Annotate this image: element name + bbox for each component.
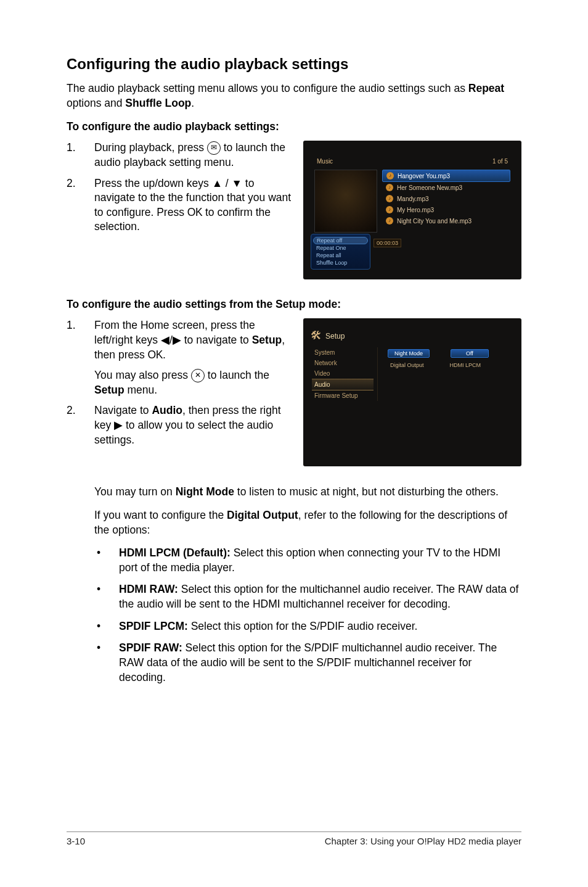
shot1-count: 1 of 5 bbox=[492, 158, 508, 165]
option-menu-icon: ✉ bbox=[207, 141, 221, 155]
time-label: 00:00:03 bbox=[374, 239, 401, 247]
opt-rest: Select this option for the multichannel … bbox=[119, 583, 518, 610]
setup-menu-item[interactable]: Network bbox=[312, 358, 374, 368]
lower-block: You may turn on Night Mode to listen to … bbox=[94, 485, 521, 685]
setup-note: You may also press ✕ to launch the Setup… bbox=[94, 368, 295, 397]
p1-post: to listen to music at night, but not dis… bbox=[234, 485, 499, 498]
setup-button-icon: ✕ bbox=[191, 369, 205, 382]
music-row[interactable]: ♪Hangover You.mp3 bbox=[382, 170, 510, 182]
step1-text: During playback, press ✉ to launch the a… bbox=[94, 141, 295, 170]
p1-bold: Night Mode bbox=[176, 485, 234, 498]
setting-value: Off bbox=[451, 349, 489, 358]
bullet-icon: • bbox=[94, 546, 119, 575]
setting-label: Digital Output bbox=[388, 361, 427, 369]
step2-1-text: From the Home screen, press the left/rig… bbox=[94, 318, 295, 362]
intro-mid: options and bbox=[67, 97, 125, 109]
left-arrow-icon: ◀ bbox=[161, 334, 169, 346]
repeat-popup: Repeat off Repeat One Repeat all Shuffle… bbox=[311, 234, 370, 270]
repeat-option[interactable]: Shuffle Loop bbox=[311, 259, 370, 266]
intro-post: . bbox=[191, 97, 194, 109]
section-title: Configuring the audio playback settings bbox=[67, 56, 521, 73]
step2-2-text: Navigate to Audio, then press the right … bbox=[94, 403, 295, 447]
setting-label: Night Mode bbox=[388, 349, 430, 358]
music-list: ♪Hangover You.mp3 ♪Her Someone New.mp3 ♪… bbox=[382, 170, 510, 241]
note-icon: ♪ bbox=[386, 172, 394, 179]
step2-1-num: 1. bbox=[67, 318, 94, 362]
note-icon: ♪ bbox=[386, 206, 393, 213]
setup-screenshot: 🛠 Setup System Network Video Audio Firmw… bbox=[303, 318, 521, 466]
right-arrow-icon: ▶ bbox=[173, 334, 181, 346]
opt-bold: SPDIF LPCM: bbox=[119, 620, 188, 632]
music-row-label: Her Someone New.mp3 bbox=[397, 184, 462, 191]
footer-page-number: 3-10 bbox=[67, 836, 85, 846]
music-row-label: Mandy.mp3 bbox=[397, 196, 429, 202]
setup-right-panel: Night Mode Off Digital Output HDMI LPCM bbox=[388, 347, 513, 401]
music-row[interactable]: ♪My Hero.mp3 bbox=[382, 204, 510, 215]
step1-pre: During playback, press bbox=[94, 141, 207, 154]
p2-pre: If you want to configure the bbox=[94, 509, 227, 521]
music-row[interactable]: ♪Mandy.mp3 bbox=[382, 193, 510, 204]
s21-mid: to navigate to bbox=[181, 334, 252, 346]
option-text: SPDIF RAW: Select this option for the S/… bbox=[119, 641, 521, 685]
setting-value: HDMI LPCM bbox=[447, 361, 484, 369]
steps-list-1: 1. During playback, press ✉ to launch th… bbox=[67, 141, 295, 234]
subhead-1: To configure the audio playback settings… bbox=[67, 120, 521, 133]
opt-rest: Select this option for the S/PDIF audio … bbox=[188, 620, 418, 632]
slash: / bbox=[223, 177, 232, 189]
bullet-icon: • bbox=[94, 582, 119, 611]
s21-bold: Setup bbox=[252, 334, 282, 346]
footer-chapter: Chapter 3: Using your O!Play HD2 media p… bbox=[325, 836, 521, 846]
right-arrow-icon: ▶ bbox=[114, 419, 123, 431]
p2-bold: Digital Output bbox=[227, 509, 298, 521]
steps-list-2: 1. From the Home screen, press the left/… bbox=[67, 318, 295, 362]
step2-pre: Press the up/down keys bbox=[94, 177, 212, 189]
s21-post: . bbox=[163, 349, 166, 361]
repeat-option[interactable]: Repeat One bbox=[311, 244, 370, 252]
setup-title: Setup bbox=[325, 332, 345, 340]
opt-bold: HDMI RAW: bbox=[119, 583, 178, 595]
music-row[interactable]: ♪Night City You and Me.mp3 bbox=[382, 215, 510, 226]
intro-paragraph: The audio playback setting menu allows y… bbox=[67, 81, 521, 110]
s22-bold: Audio bbox=[152, 404, 182, 416]
option-text: HDMI LPCM (Default): Select this option … bbox=[119, 546, 521, 575]
step2-num: 2. bbox=[67, 176, 94, 235]
option-text: SPDIF LPCM: Select this option for the S… bbox=[119, 619, 521, 634]
p1-pre: You may turn on bbox=[94, 485, 176, 498]
shot1-title: Music bbox=[317, 158, 333, 165]
setting-row[interactable]: Digital Output HDMI LPCM bbox=[388, 360, 513, 371]
step2-2-num: 2. bbox=[67, 403, 94, 447]
step2-text: Press the up/down keys ▲ / ▼ to navigate… bbox=[94, 176, 295, 235]
setup-menu-item[interactable]: Firmware Setup bbox=[312, 390, 374, 401]
ok-key-icon: OK bbox=[148, 349, 163, 361]
ok-key-icon: OK bbox=[187, 206, 202, 218]
steps-list-2b: 2. Navigate to Audio, then press the rig… bbox=[67, 403, 295, 447]
music-screenshot: Music 1 of 5 Hangover You.mp3 ♪Hangover … bbox=[303, 141, 521, 279]
down-arrow-icon: ▼ bbox=[232, 177, 242, 189]
option-text: HDMI RAW: Select this option for the mul… bbox=[119, 582, 521, 611]
options-list: •HDMI LPCM (Default): Select this option… bbox=[94, 546, 521, 685]
note-bold: Setup bbox=[94, 384, 125, 396]
music-row-label: Night City You and Me.mp3 bbox=[397, 218, 472, 225]
note-icon: ♪ bbox=[386, 217, 393, 225]
subhead-2: To configure the audio settings from the… bbox=[67, 298, 521, 311]
intro-pre: The audio playback setting menu allows y… bbox=[67, 82, 468, 94]
setting-row[interactable]: Night Mode Off bbox=[388, 347, 513, 360]
music-row-label: Hangover You.mp3 bbox=[398, 173, 450, 179]
setup-menu-item[interactable]: System bbox=[312, 347, 374, 358]
setup-menu-item[interactable]: Video bbox=[312, 368, 374, 379]
opt-bold: HDMI LPCM (Default): bbox=[119, 547, 231, 559]
setup-menu-item[interactable]: Audio bbox=[312, 379, 374, 390]
note-pre: You may also press bbox=[94, 369, 191, 381]
repeat-option[interactable]: Repeat off bbox=[313, 237, 368, 244]
up-arrow-icon: ▲ bbox=[212, 177, 223, 189]
repeat-option[interactable]: Repeat all bbox=[311, 252, 370, 259]
music-row-label: My Hero.mp3 bbox=[397, 207, 434, 213]
bullet-icon: • bbox=[94, 641, 119, 685]
intro-bold-repeat: Repeat bbox=[468, 82, 504, 94]
opt-bold: SPDIF RAW: bbox=[119, 642, 182, 654]
step1-num: 1. bbox=[67, 141, 94, 170]
setup-left-menu: System Network Video Audio Firmware Setu… bbox=[312, 347, 378, 401]
note-icon: ♪ bbox=[386, 184, 393, 191]
music-row[interactable]: ♪Her Someone New.mp3 bbox=[382, 182, 510, 193]
album-thumbnail bbox=[314, 170, 377, 233]
